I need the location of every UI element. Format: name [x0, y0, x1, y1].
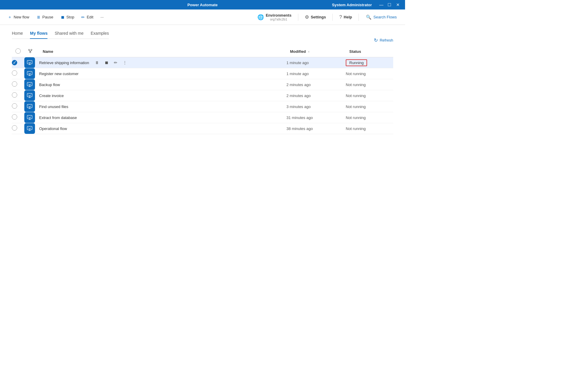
separator2 — [332, 14, 333, 21]
svg-point-1 — [31, 49, 32, 50]
flow-name: Retrieve shipping information — [39, 61, 89, 65]
svg-point-2 — [30, 52, 31, 53]
separator — [298, 14, 298, 21]
close-button[interactable]: ✕ — [394, 1, 401, 8]
table-header-row: Name Modified ↑ Status — [12, 46, 393, 57]
flow-icon — [24, 90, 35, 101]
settings-icon: ⚙ — [305, 14, 309, 20]
table-row[interactable]: ✓ Retrieve shipping information ⏸ ⏹ ✏ ⋮ … — [12, 57, 393, 68]
row-stop-button[interactable]: ⏹ — [103, 60, 110, 66]
flow-name: Operational flow — [39, 126, 67, 131]
table-row[interactable]: Operational flow38 minutes agoNot runnin… — [12, 123, 393, 134]
status-badge: Not running — [346, 104, 366, 109]
tab-my-flows[interactable]: My flows — [30, 31, 47, 39]
row-more-button[interactable]: ⋮ — [122, 60, 128, 66]
help-icon: ? — [339, 15, 342, 20]
toolbar: ＋ New flow ⏸ Pause ⏹ Stop ✏ Edit ··· 🌐 E… — [0, 9, 405, 25]
flows-list: ✓ Retrieve shipping information ⏸ ⏹ ✏ ⋮ … — [12, 57, 393, 134]
status-badge: Not running — [346, 83, 366, 87]
flow-name: Register new customer — [39, 72, 79, 76]
row-edit-button[interactable]: ✏ — [113, 60, 119, 66]
flow-icon — [24, 68, 35, 79]
edit-button[interactable]: ✏ Edit — [78, 13, 96, 21]
refresh-icon: ↻ — [374, 37, 378, 43]
flow-icon — [24, 101, 35, 112]
pause-icon: ⏸ — [36, 15, 41, 20]
search-flows-button[interactable]: 🔍 Search Flows — [362, 13, 400, 22]
modified-time: 1 minute ago — [286, 72, 309, 76]
col-header-modified[interactable]: Modified ↑ — [286, 46, 346, 57]
row-pause-button[interactable]: ⏸ — [94, 60, 100, 66]
flow-name: Extract from database — [39, 115, 77, 120]
app-title: Power Automate — [136, 3, 269, 7]
edit-icon: ✏ — [81, 15, 85, 20]
table-row[interactable]: Create invoice2 minutes agoNot running — [12, 90, 393, 101]
stop-button[interactable]: ⏹ Stop — [58, 13, 77, 21]
table-row[interactable]: Extract from database31 minutes agoNot r… — [12, 112, 393, 123]
status-badge: Running — [346, 59, 367, 66]
row-checkbox[interactable] — [12, 103, 17, 109]
tab-examples[interactable]: Examples — [91, 31, 109, 39]
environments-button[interactable]: 🌐 Environments org7a9c2b1 — [254, 12, 294, 22]
stop-icon: ⏹ — [60, 15, 65, 20]
refresh-button[interactable]: ↻ Refresh — [374, 37, 393, 43]
modified-time: 31 minutes ago — [286, 115, 313, 120]
user-name: System Administrator — [332, 3, 372, 7]
row-checkbox[interactable] — [12, 114, 17, 120]
row-checkbox[interactable] — [12, 92, 17, 98]
toolbar-right: 🌐 Environments org7a9c2b1 ⚙ Settings ? H… — [254, 12, 400, 22]
row-checkbox[interactable] — [12, 125, 17, 131]
modified-time: 38 minutes ago — [286, 126, 313, 131]
table-row[interactable]: Register new customer1 minute agoNot run… — [12, 68, 393, 79]
flow-name: Backup flow — [39, 83, 60, 87]
nav-tabs: Home My flows Shared with me Examples — [12, 31, 109, 39]
flow-icon — [24, 79, 35, 90]
tab-shared[interactable]: Shared with me — [55, 31, 83, 39]
plus-icon: ＋ — [8, 15, 12, 20]
status-badge: Not running — [346, 115, 366, 120]
table-row[interactable]: Backup flow2 minutes agoNot running — [12, 79, 393, 90]
svg-line-4 — [30, 50, 31, 52]
settings-button[interactable]: ⚙ Settings — [302, 13, 329, 21]
modified-time: 1 minute ago — [286, 61, 309, 65]
table-row[interactable]: Find unused files3 minutes agoNot runnin… — [12, 101, 393, 112]
col-header-status: Status — [346, 46, 393, 57]
modified-time: 2 minutes ago — [286, 93, 311, 98]
modified-time: 2 minutes ago — [286, 83, 311, 87]
minimize-button[interactable]: — — [378, 1, 385, 8]
col-header-check — [12, 46, 24, 57]
flow-name: Create invoice — [39, 93, 64, 98]
row-checkbox[interactable] — [12, 70, 17, 76]
svg-line-3 — [29, 50, 30, 52]
select-all-checkbox[interactable] — [15, 48, 21, 54]
tab-home[interactable]: Home — [12, 31, 23, 39]
search-icon: 🔍 — [366, 15, 372, 20]
col-header-name[interactable]: Name — [39, 46, 286, 57]
help-button[interactable]: ? Help — [336, 13, 355, 21]
flows-table: Name Modified ↑ Status ✓ Retr — [12, 46, 393, 134]
status-badge: Not running — [346, 72, 366, 76]
modified-time: 3 minutes ago — [286, 104, 311, 109]
more-button[interactable]: ··· — [98, 13, 107, 21]
flow-icon — [24, 57, 35, 68]
title-bar: Power Automate System Administrator — ☐ … — [0, 0, 405, 9]
col-header-icon — [24, 46, 39, 57]
sort-icon: ↑ — [308, 50, 310, 53]
maximize-button[interactable]: ☐ — [386, 1, 393, 8]
main-content: Home My flows Shared with me Examples ↻ … — [0, 25, 405, 140]
globe-icon: 🌐 — [257, 14, 264, 20]
row-actions: ⏸ ⏹ ✏ ⋮ — [94, 60, 128, 66]
flow-type-icon — [28, 49, 33, 53]
svg-point-0 — [28, 49, 30, 50]
flow-icon — [24, 123, 35, 134]
flow-name: Find unused files — [39, 104, 68, 109]
status-badge: Not running — [346, 126, 366, 131]
separator3 — [358, 14, 359, 21]
row-checkbox[interactable] — [12, 81, 17, 87]
flow-icon — [24, 112, 35, 123]
row-checkbox[interactable]: ✓ — [12, 60, 17, 65]
pause-button[interactable]: ⏸ Pause — [34, 13, 56, 21]
new-flow-button[interactable]: ＋ New flow — [5, 13, 32, 22]
status-badge: Not running — [346, 93, 366, 98]
